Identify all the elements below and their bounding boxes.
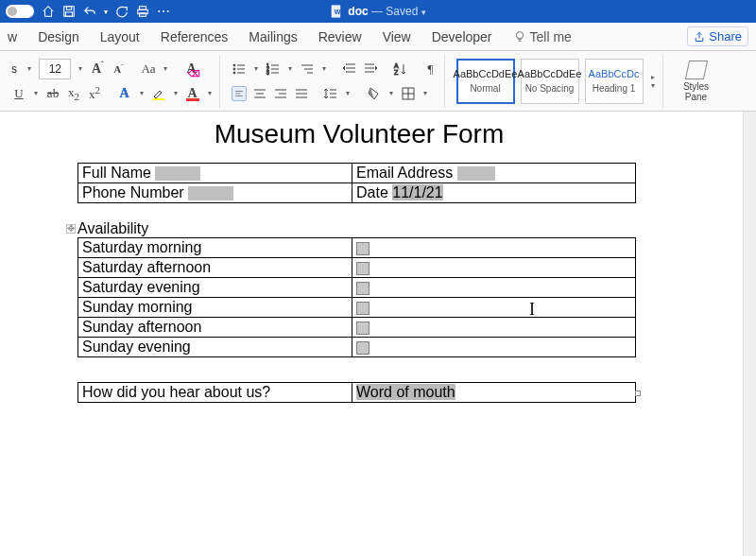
borders-dd-icon[interactable]: ▾ <box>421 83 429 104</box>
grow-font-icon[interactable]: Aˆ <box>90 61 105 77</box>
checkbox[interactable] <box>356 282 369 295</box>
tab-view[interactable]: View <box>383 29 411 44</box>
checkbox[interactable] <box>356 321 369 335</box>
font-name-dd-icon[interactable]: ▾ <box>26 59 33 79</box>
tab-mailings[interactable]: Mailings <box>249 29 297 44</box>
source-dropdown[interactable]: Word of mouth <box>356 384 455 400</box>
change-case-dd-icon[interactable]: ▾ <box>162 59 169 79</box>
availability-label[interactable]: Sunday evening <box>78 338 352 357</box>
outdent-icon[interactable] <box>342 61 357 77</box>
multilevel-dd-icon[interactable]: ▾ <box>320 59 328 79</box>
full-name-cell[interactable]: Full Name <box>78 164 352 183</box>
highlight-dd-icon[interactable]: ▾ <box>172 83 180 104</box>
tab-references[interactable]: References <box>161 29 229 44</box>
availability-check-cell[interactable] <box>352 298 636 318</box>
checkbox[interactable] <box>356 242 369 255</box>
checkbox[interactable] <box>356 341 369 355</box>
styles-gallery-expand[interactable]: ▸▾ <box>649 59 657 104</box>
checkbox[interactable] <box>356 302 369 315</box>
tab-design[interactable]: Design <box>38 29 79 44</box>
text-effects-icon[interactable]: A <box>117 86 132 101</box>
tell-me-search[interactable]: Tell me <box>513 29 572 44</box>
sort-icon[interactable]: AZ <box>393 61 408 77</box>
source-value-cell[interactable]: Word of mouth <box>352 383 636 403</box>
table-row[interactable]: Sunday morning <box>78 298 636 318</box>
availability-label[interactable]: Sunday morning <box>78 298 352 318</box>
font-color-dd-icon[interactable]: ▾ <box>206 83 214 104</box>
availability-check-cell[interactable] <box>352 318 636 338</box>
multilevel-icon[interactable] <box>300 61 315 77</box>
table-row[interactable]: Phone Number Date 11/1/21 <box>78 183 636 203</box>
borders-icon[interactable] <box>401 86 416 101</box>
undo-icon[interactable] <box>83 5 96 18</box>
phone-placeholder[interactable] <box>188 186 233 200</box>
underline-dd-icon[interactable]: ▾ <box>32 83 40 104</box>
availability-check-cell[interactable] <box>352 338 636 357</box>
change-case-icon[interactable]: Aa <box>141 61 156 77</box>
availability-table[interactable]: Saturday morning Saturday afternoon Satu… <box>77 237 636 357</box>
availability-label[interactable]: Saturday afternoon <box>78 258 352 278</box>
strikethrough-icon[interactable]: ab <box>45 86 60 101</box>
document-title[interactable]: Museum Volunteer Form <box>28 112 690 163</box>
home-icon[interactable] <box>42 5 55 18</box>
font-name-dropdown[interactable]: s <box>11 62 20 76</box>
style-heading-1[interactable]: AaBbCcDc Heading 1 <box>585 59 644 104</box>
tab-developer[interactable]: Developer <box>432 29 492 44</box>
availability-label[interactable]: Saturday morning <box>78 238 352 258</box>
table-row[interactable]: Saturday morning <box>78 238 636 258</box>
more-icon[interactable]: ⋯ <box>157 5 170 18</box>
save-icon[interactable] <box>62 5 76 18</box>
style-normal[interactable]: AaBbCcDdEe Normal <box>456 59 515 104</box>
undo-dropdown-icon[interactable]: ▾ <box>104 8 108 16</box>
autosave-toggle[interactable] <box>6 5 34 18</box>
email-cell[interactable]: Email Address <box>352 164 636 183</box>
table-anchor-icon[interactable]: ✥ <box>66 224 76 234</box>
table-row[interactable]: Sunday evening <box>78 338 636 357</box>
text-effects-dd-icon[interactable]: ▾ <box>138 83 146 104</box>
date-field[interactable]: 11/1/21 <box>392 184 442 200</box>
bullets-dd-icon[interactable]: ▾ <box>252 59 260 79</box>
tab-partial[interactable]: w <box>8 29 17 44</box>
numbering-icon[interactable]: 123 <box>266 61 281 77</box>
subscript-icon[interactable]: x2 <box>66 86 81 101</box>
table-row[interactable]: Saturday evening <box>78 278 636 298</box>
line-spacing-icon[interactable] <box>323 86 338 101</box>
email-placeholder[interactable] <box>457 166 495 181</box>
availability-label[interactable]: Sunday afternoon <box>78 318 352 338</box>
date-cell[interactable]: Date 11/1/21 <box>352 183 636 203</box>
vertical-scrollbar[interactable] <box>743 112 756 556</box>
underline-icon[interactable]: U <box>11 86 26 101</box>
availability-check-cell[interactable] <box>352 238 636 258</box>
shrink-font-icon[interactable]: Aˇ <box>111 61 126 77</box>
availability-heading[interactable]: ✥ Availability <box>77 220 690 237</box>
availability-label[interactable]: Saturday evening <box>78 278 352 298</box>
print-icon[interactable] <box>136 5 149 18</box>
tab-review[interactable]: Review <box>318 29 362 44</box>
paragraph-marks-icon[interactable]: ¶ <box>423 61 438 77</box>
redo-icon[interactable] <box>115 5 129 18</box>
indent-icon[interactable] <box>363 61 378 77</box>
full-name-placeholder[interactable] <box>155 166 200 181</box>
doc-title-name[interactable]: doc <box>348 5 368 18</box>
table-row[interactable]: How did you hear about us? Word of mouth <box>78 383 636 403</box>
checkbox[interactable] <box>356 262 369 275</box>
table-row[interactable]: Saturday afternoon <box>78 258 636 278</box>
highlight-icon[interactable] <box>151 86 166 101</box>
table-resize-handle[interactable] <box>635 391 641 396</box>
document-canvas[interactable]: Museum Volunteer Form Full Name Email Ad… <box>0 112 743 556</box>
superscript-icon[interactable]: x2 <box>87 86 102 101</box>
bullets-icon[interactable] <box>232 61 247 77</box>
availability-check-cell[interactable] <box>352 258 636 278</box>
shading-dd-icon[interactable]: ▾ <box>387 83 395 104</box>
numbering-dd-icon[interactable]: ▾ <box>286 59 294 79</box>
contact-table[interactable]: Full Name Email Address Phone Number Dat… <box>77 163 636 203</box>
align-right-icon[interactable] <box>273 86 288 101</box>
style-no-spacing[interactable]: AaBbCcDdEe No Spacing <box>521 59 579 104</box>
font-size-input[interactable]: 12 <box>39 59 71 79</box>
align-center-icon[interactable] <box>252 86 267 101</box>
shading-icon[interactable] <box>367 86 382 101</box>
source-table[interactable]: How did you hear about us? Word of mouth <box>77 382 636 403</box>
share-button[interactable]: Share <box>687 26 748 46</box>
align-left-icon[interactable] <box>232 86 247 101</box>
font-color-icon[interactable]: A <box>185 86 200 101</box>
